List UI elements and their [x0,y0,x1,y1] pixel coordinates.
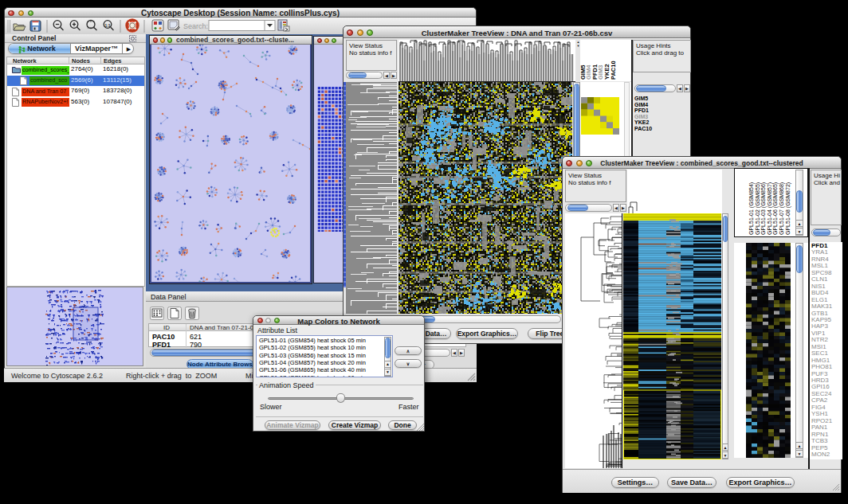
svg-text:Search:: Search: [183,22,208,30]
svg-text:GPL51-08 (GSM872): GPL51-08 (GSM872) [785,182,791,235]
svg-text:1:1: 1:1 [104,23,110,28]
svg-text:PAC10: PAC10 [610,61,617,80]
